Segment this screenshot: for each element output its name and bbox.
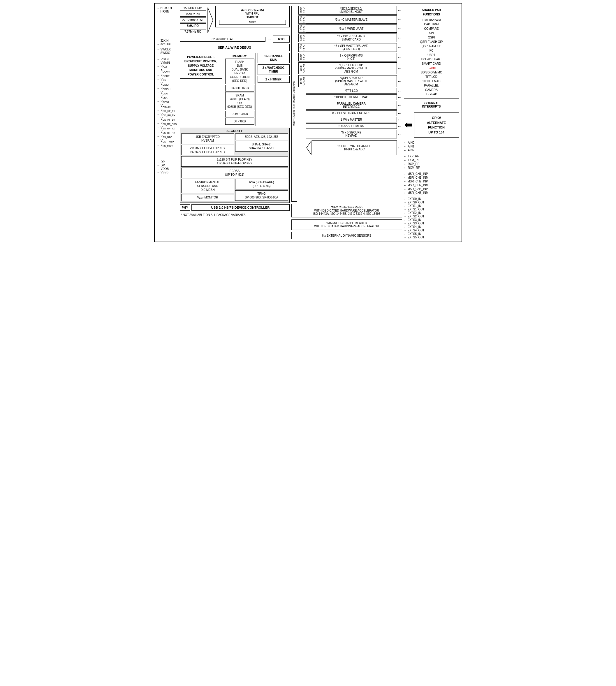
svg-marker-2 [404, 122, 412, 128]
phy-box: PHY [180, 204, 190, 211]
adc-row: *3 EXTERNAL CHANNEL10-BIT Σ-Δ ADC ↔ [299, 140, 402, 155]
arrow-14: ↔ [397, 132, 401, 136]
periph-row-9: *10/100 ETHERNET MAC ↔ [299, 94, 402, 100]
adc-box: *3 EXTERNAL CHANNEL10-BIT Σ-Δ ADC [312, 140, 397, 155]
msr-box: *MAGNETIC STRIPE READER WITH DEDICATED H… [291, 219, 402, 230]
gpio-box: GPIO/ALTERNATEFUNCTIONUP TO 104 [414, 112, 459, 137]
arrow-0: ↔ [397, 8, 401, 13]
pin-vss: → VSS [157, 78, 178, 82]
usb-box: USB 2.0 HS/FS DEVICE CONTROLLER [192, 204, 290, 211]
sec-vbat: VBAT MONITOR [181, 194, 234, 202]
pin-msr-ch2-inp: ← MSR_CH2_INP [404, 180, 459, 183]
pin-swclk: →SWCLK [157, 48, 178, 51]
pin-dm: ↔ DM [157, 164, 178, 167]
spacer-10 [299, 101, 306, 110]
fifo-2: Tx/RxFIFO [299, 24, 306, 32]
rtc-box: RTC [273, 36, 290, 43]
pin-hfxin: ←HFXIN [157, 10, 178, 13]
main-border: →HFXOUT ←HFXIN →32KIN ←32KOUT →SWCLK ↔SW… [154, 3, 462, 242]
periph-label-2: *6 x 4-WIRE UART [306, 24, 397, 32]
arrow-11: ↔ [397, 111, 401, 116]
clocks-area: 150MHz HFIO 75MHz RO 27.12MHz XTAL 8kHz … [180, 6, 214, 34]
mem-cache: CACHE 16KB [225, 85, 255, 91]
security-section: SECURITY 1KB ENCRYPTEDNVSRAM 2x128-BIT F… [180, 128, 290, 203]
pin-vss-rf-tx: → VSS_RF_TX [157, 126, 178, 130]
shared-pad-title: SHARED PADFUNCTIONS [406, 8, 457, 17]
pin-vreg1: → VREG1 [157, 99, 178, 104]
sec-env: ENVIRONMENTALSENSORS ANDDIE MESH [181, 179, 234, 193]
pin-vcore: → VCORE [157, 73, 178, 78]
usb-section: PHY USB 2.0 HS/FS DEVICE CONTROLLER [180, 204, 290, 211]
periph-row-2: Tx/RxFIFO *6 x 4-WIRE UART ↔ [299, 24, 402, 32]
spacer-13 [299, 123, 306, 129]
memory-title: MEMORY [225, 54, 255, 58]
power-box: POWER-ON RESET,BROWNOUT MONITOR,SUPPLY V… [180, 53, 222, 79]
pin-exts3-out: → EXTS3_OUT [404, 222, 459, 225]
pin-txp-rf: ←TXP_RF [404, 155, 459, 158]
adc-mux [306, 140, 312, 155]
clock-8khz: 8kHz RO [180, 23, 206, 28]
periph-label-13: 6 × 32-BIT TIMERS [306, 123, 397, 129]
pin-vss-nfc: → VSS_NFC [157, 135, 178, 139]
bus-label: MULTILAYER BUS MATRIX-AHB/APB [291, 6, 297, 202]
ext-sensors-box: 6 x EXTERNAL DYNAMIC SENSORS [291, 232, 402, 239]
exts-pins: ← EXTS0_IN → EXTS0_OUT ← EXTS1_IN → EXTS… [404, 197, 459, 239]
spacer-14 [299, 130, 306, 138]
periph-label-12: 1-Wire MASTER [306, 117, 397, 123]
periph-label-0: *SD3.0/SDIO3.0/eMMC4.51 HOST [306, 6, 397, 15]
arrow-13: ↔ [397, 124, 401, 129]
arrow-9: ↔ [397, 95, 401, 99]
dma-box: 16-CHANNELDMA [258, 53, 290, 63]
clock-737mhz: 7.37MHz RO [180, 29, 206, 34]
periph-row-8: *TFT LCD ↔ [299, 88, 402, 93]
spacer-11 [299, 110, 306, 116]
rtc-arrow: → [267, 37, 271, 41]
periph-row-3: Tx/RxFIFO *2 x ISO 7816 UART/SMART CARD … [299, 34, 402, 42]
pin-exts1-in: ← EXTS1_IN [404, 204, 459, 207]
sec-rsa: RSA (SOFTWARE)(UP TO 4096) [235, 179, 288, 190]
fifo-0: Tx/RxFIFO [299, 6, 306, 15]
periph-label-4: *3 x SPI MASTER/SLAVE(4 CS EACH) [306, 43, 397, 52]
pin-msr-ch3-inp: ← MSR_CH3_INP [404, 187, 459, 191]
sec-ecdsa: ECDSA(UP TO P-521) [181, 168, 288, 178]
pin-vddioh: → VDDIOH [157, 87, 178, 91]
nvic-box: NVIC [219, 20, 286, 25]
periph-row-4: Tx/RxFIFO *3 x SPI MASTER/SLAVE(4 CS EAC… [299, 43, 402, 52]
periph-label-7: *QSPI SRAM XIP(SPIXR) MASTER WITHAES-GCM [306, 75, 397, 87]
spacer-8 [299, 88, 306, 93]
pin-ain1: ←AIN1 [404, 145, 459, 148]
right-col: MULTILAYER BUS MATRIX-AHB/APB Tx/RxFIFO … [291, 6, 402, 239]
clock-2712mhz: 27.12MHz XTAL [180, 18, 206, 22]
clock-32768: 32.768kHz XTAL [180, 37, 265, 42]
pin-vddio: → VDDIO [157, 82, 178, 86]
pin-vdd-rf-rx: → VDD_RF_RX [157, 113, 178, 117]
pin-msr-ch3-inm: ← MSR_CH3_INM [404, 191, 459, 194]
pin-vddb: → VDDB [157, 167, 178, 171]
shared-pad-timers: TIMERS/PWMCAPTURE/COMPARE [406, 18, 457, 31]
mem-rom: ROM 128KB [225, 111, 255, 117]
pin-vss-rf-rx: → VSS_RF_RX [157, 130, 178, 134]
periph-row-1: Tx/RxFIFO *3 x I²C MASTER/SLAVE ↔ [299, 16, 402, 24]
security-title: SECURITY [181, 129, 288, 133]
pin-exts4-in: ← EXTS4_IN [404, 225, 459, 228]
pin-vssb: → VSSB [157, 171, 178, 174]
pin-ain0: ←AIN0 [404, 141, 459, 144]
arm-box: Arm Cortex-M4 WITH FPU 150MHz NVIC [215, 6, 289, 27]
periph-label-9: *10/100 ETHERNET MAC [306, 94, 397, 100]
memory-section: MEMORY FLASH1MBDUAL BANKERROR CORRECTION… [224, 53, 256, 126]
periph-label-11: 8 × PULSE TRAIN ENGINES [306, 110, 397, 116]
periph-label-1: *3 x I²C MASTER/SLAVE [306, 16, 397, 24]
periph-row-7: 16KBCACHE *QSPI SRAM XIP(SPIXR) MASTER W… [299, 75, 402, 87]
pin-dp: ↔ DP [157, 160, 178, 163]
pin-exts5-out: → EXTS5_OUT [404, 236, 459, 239]
nfc-pins: ←TXP_RF ←TXM_RF ←RXP_RF ←RXM_RF [404, 155, 459, 170]
sec-nvsram: 1KB ENCRYPTEDNVSRAM [181, 133, 234, 144]
pin-exts2-out: → EXTS2_OUT [404, 215, 459, 218]
pin-hfxout: →HFXOUT [157, 6, 178, 9]
pin-k32out: ←32KOUT [157, 43, 178, 46]
arrow-1: ↔ [397, 17, 401, 22]
fifo-4: Tx/RxFIFO [299, 43, 306, 52]
mem-flash: FLASH1MBDUAL BANKERROR CORRECTION(SEC-DE… [225, 59, 255, 84]
svg-marker-0 [208, 7, 213, 32]
pin-exts5-in: ← EXTS5_IN [404, 232, 459, 236]
